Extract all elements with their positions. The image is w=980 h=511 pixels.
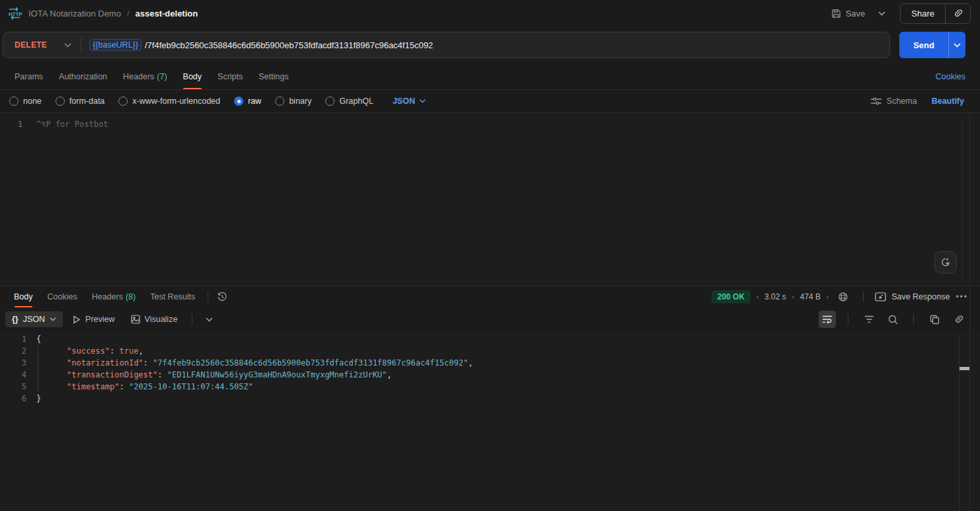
top-actions: Save Share [826,3,971,24]
url-input[interactable]: {{baseURL}} /7f4feb9cb2560c358846c6d56b5… [81,39,441,51]
history-clock-icon [217,292,227,302]
top-bar: HTTP IOTA Notarization Demo / assest-del… [0,0,980,26]
tab-headers[interactable]: Headers(7) [115,63,175,89]
filter-button[interactable] [860,311,878,328]
line-number: 1 [0,118,22,130]
mode-none[interactable]: none [9,97,42,106]
breadcrumb-collection[interactable]: IOTA Notarization Demo [28,9,121,19]
breadcrumb: HTTP IOTA Notarization Demo / assest-del… [7,7,198,20]
cookies-link[interactable]: Cookies [936,72,965,81]
mode-x-www-form-urlencoded[interactable]: x-www-form-urlencoded [118,97,220,106]
line-number: 1 [0,333,26,345]
tab-authorization[interactable]: Authorization [51,63,115,89]
line-number: 5 [0,381,26,393]
tab-body[interactable]: Body [175,63,210,89]
response-history-button[interactable] [214,288,231,305]
globe-icon [838,292,848,302]
visualize-button[interactable]: Visualize [124,311,184,327]
svg-text:HTTP: HTTP [9,11,22,17]
radio-selected-icon [234,97,243,106]
tab-params[interactable]: Params [7,63,51,89]
image-icon [131,315,140,324]
response-headers-count: (8) [126,292,136,301]
line-number: 3 [0,357,26,369]
sliders-icon [871,97,881,106]
separator-dot [827,296,829,298]
response-body-viewer[interactable]: 1 { 2 "success": true, 3 "notarizationId… [0,331,980,511]
response-tab-headers[interactable]: Headers(8) [85,286,143,307]
code-line-4: 4 "transactionDigest": "ED1LFAN1UNw56iyy… [0,369,980,381]
code-line-1: 1 { [0,333,980,345]
send-split-button: Send [899,32,965,58]
language-selector[interactable]: JSON [393,97,426,106]
chevron-down-icon [50,317,56,321]
response-tab-test-results[interactable]: Test Results [143,286,202,307]
request-body-editor[interactable]: 1 ^⌥P for Postbot [0,112,980,286]
response-tab-body[interactable]: Body [7,286,40,307]
postbot-icon [940,256,952,268]
code-line-6: 6 } [0,393,980,405]
breadcrumb-separator: / [127,9,130,19]
postbot-button[interactable] [934,251,957,274]
paperclip-icon [954,315,963,325]
active-tab-underline [15,306,32,307]
panel-right-edge [969,112,970,511]
mode-graphql[interactable]: GraphQL [325,97,373,106]
method-label: DELETE [15,40,47,50]
network-globe-button[interactable] [835,288,852,305]
response-code-actions [819,311,967,328]
mode-form-data[interactable]: form-data [56,97,105,106]
response-scrollbar-track [959,334,960,511]
response-time[interactable]: 3.02 s [764,292,786,301]
radio-icon [9,97,19,106]
separator-dot [792,296,794,298]
copy-button[interactable] [926,311,943,328]
share-label: Share [911,9,934,19]
request-tabs: Params Authorization Headers(7) Body Scr… [7,63,296,89]
word-wrap-button[interactable] [819,311,836,328]
divider [913,314,914,325]
separator-dot [756,296,758,298]
response-tab-cookies[interactable]: Cookies [40,286,85,307]
method-selector[interactable]: DELETE [3,40,81,50]
send-options-chevron[interactable] [948,32,965,58]
body-mode-radios: none form-data x-www-form-urlencoded raw… [9,97,426,106]
radio-icon [325,97,335,106]
tab-settings[interactable]: Settings [251,63,296,89]
status-badge[interactable]: 200 OK [712,290,751,303]
method-chevron-icon [64,43,71,48]
editor-line: 1 ^⌥P for Postbot [0,113,980,130]
request-url-bar: DELETE {{baseURL}} /7f4feb9cb2560c358846… [3,32,890,58]
schema-button[interactable]: Schema [871,97,917,106]
line-number: 2 [0,345,26,357]
response-format-dropdown[interactable]: {} JSON [5,311,63,327]
link-button[interactable] [950,311,967,328]
preview-button[interactable]: Preview [65,311,121,327]
response-size[interactable]: 474 B [800,292,821,301]
indent-guide [38,345,38,393]
mode-raw[interactable]: raw [234,97,261,106]
view-options-chevron[interactable] [200,311,218,328]
response-scrollbar-thumb[interactable] [960,367,969,370]
response-view-switcher: {} JSON Preview Visualize [5,311,218,328]
share-button[interactable]: Share [901,4,945,23]
send-button[interactable]: Send [899,32,948,58]
save-button[interactable]: Save [826,5,871,22]
tab-scripts[interactable]: Scripts [210,63,251,89]
save-options-chevron[interactable] [873,7,891,20]
chevron-down-icon [419,99,426,103]
divider [848,314,848,325]
base-url-variable[interactable]: {{baseURL}} [89,39,142,51]
radio-icon [118,97,128,106]
divider [192,314,192,325]
mode-binary[interactable]: binary [275,97,311,106]
breadcrumb-request-name[interactable]: assest-deletion [136,9,198,19]
request-editor-scrollbar-track [962,119,963,283]
more-options-button[interactable]: ••• [956,292,968,301]
radio-icon [56,97,65,106]
search-button[interactable] [884,311,901,328]
beautify-button[interactable]: Beautify [932,97,964,106]
request-tabs-row: Params Authorization Headers(7) Body Scr… [0,63,980,90]
copy-link-icon[interactable] [946,4,970,23]
save-response-button[interactable]: Save Response [875,292,950,301]
